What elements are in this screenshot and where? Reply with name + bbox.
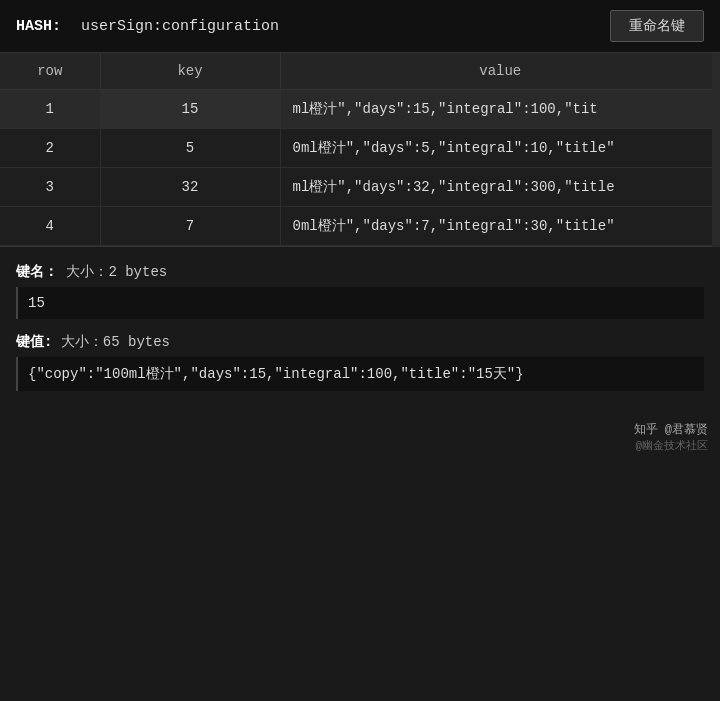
key-label: 键名：	[16, 264, 58, 280]
cell-key: 7	[100, 207, 280, 246]
value-label: 键值:	[16, 334, 52, 350]
watermark: 知乎 @君慕贤 @幽金技术社区	[0, 415, 720, 457]
value-meta: 键值: 大小：65 bytes	[16, 333, 704, 351]
col-header-value: value	[280, 53, 720, 90]
table-wrapper: row key value 115ml橙汁","days":15,"integr…	[0, 53, 720, 247]
table-row[interactable]: 250ml橙汁","days":5,"integral":10,"title"	[0, 129, 720, 168]
data-table: row key value 115ml橙汁","days":15,"integr…	[0, 53, 720, 246]
table-body: 115ml橙汁","days":15,"integral":100,"tit25…	[0, 90, 720, 246]
value-content: {"copy":"100ml橙汁","days":15,"integral":1…	[16, 357, 704, 391]
key-content: 15	[16, 287, 704, 319]
watermark-main: 知乎 @君慕贤	[0, 421, 708, 438]
rename-button[interactable]: 重命名键	[610, 10, 704, 42]
col-header-key: key	[100, 53, 280, 90]
table-row[interactable]: 332ml橙汁","days":32,"integral":300,"title	[0, 168, 720, 207]
detail-area: 键名： 大小：2 bytes 15 键值: 大小：65 bytes {"copy…	[0, 247, 720, 415]
cell-row: 2	[0, 129, 100, 168]
value-size: 大小：65 bytes	[61, 334, 170, 350]
key-section: 键名： 大小：2 bytes 15	[16, 263, 704, 319]
hash-value: userSign:configuration	[81, 18, 590, 35]
cell-value: ml橙汁","days":15,"integral":100,"tit	[280, 90, 720, 129]
hash-label: HASH:	[16, 18, 61, 35]
col-header-row: row	[0, 53, 100, 90]
table-row[interactable]: 470ml橙汁","days":7,"integral":30,"title"	[0, 207, 720, 246]
cell-key: 5	[100, 129, 280, 168]
key-size: 大小：2 bytes	[66, 264, 167, 280]
watermark-sub: @幽金技术社区	[0, 438, 708, 453]
cell-key: 15	[100, 90, 280, 129]
cell-row: 4	[0, 207, 100, 246]
cell-key: 32	[100, 168, 280, 207]
value-section: 键值: 大小：65 bytes {"copy":"100ml橙汁","days"…	[16, 333, 704, 391]
table-row[interactable]: 115ml橙汁","days":15,"integral":100,"tit	[0, 90, 720, 129]
key-meta: 键名： 大小：2 bytes	[16, 263, 704, 281]
cell-row: 1	[0, 90, 100, 129]
cell-row: 3	[0, 168, 100, 207]
cell-value: 0ml橙汁","days":7,"integral":30,"title"	[280, 207, 720, 246]
table-area: row key value 115ml橙汁","days":15,"integr…	[0, 53, 720, 247]
table-header-row: row key value	[0, 53, 720, 90]
cell-value: ml橙汁","days":32,"integral":300,"title	[280, 168, 720, 207]
header-bar: HASH: userSign:configuration 重命名键	[0, 0, 720, 53]
scroll-indicator[interactable]	[712, 53, 720, 247]
cell-value: 0ml橙汁","days":5,"integral":10,"title"	[280, 129, 720, 168]
